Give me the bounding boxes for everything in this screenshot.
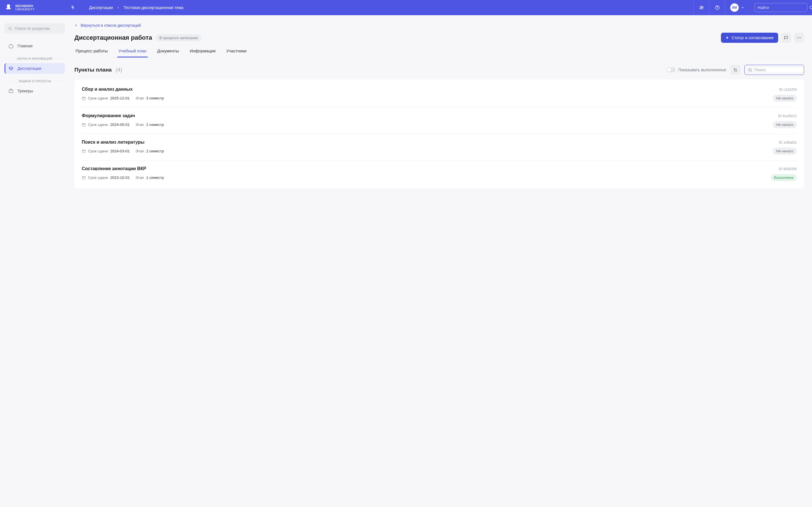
plan-search[interactable] — [744, 65, 804, 75]
breadcrumb: Диссертации Тестовая диссертационная тем… — [89, 5, 184, 10]
comments-button[interactable] — [781, 33, 791, 43]
stage-value: 2 семестр — [146, 122, 164, 127]
sidebar-item-trackers[interactable]: Трекеры — [4, 86, 65, 96]
calendar-icon — [82, 149, 86, 153]
plan-item-status: Не начато — [773, 121, 797, 128]
plan-item-id: ID 60fd356 — [779, 167, 797, 171]
chevron-left-icon — [74, 24, 78, 27]
stage-value: 1 семестр — [146, 175, 164, 180]
plan-item-title: Поиск и анализ литературы — [82, 140, 144, 145]
status-approval-button[interactable]: Статус и согласование — [721, 33, 778, 43]
plan-item-status: Не начато — [773, 148, 797, 155]
more-button[interactable] — [794, 33, 804, 43]
logo-text: SECHENOV UNIVERSITY — [15, 4, 35, 11]
due-label: Срок сдачи — [88, 175, 108, 180]
stage-label: Этап — [135, 149, 144, 153]
sidebar-search-input[interactable] — [15, 26, 64, 31]
lightning-icon — [725, 36, 729, 40]
user-menu[interactable]: ИИ — [725, 0, 749, 15]
stage-value: 3 семестр — [146, 96, 164, 100]
plan-count: (4) — [116, 67, 122, 73]
plan-search-input[interactable] — [755, 68, 804, 72]
due-value: 2024-05-01 — [110, 122, 130, 127]
stage-label: Этап — [135, 175, 144, 180]
plan-item-id: ID c1d1f34 — [779, 87, 797, 92]
app-header: SECHENOV UNIVERSITY Диссертации Тестовая… — [0, 0, 812, 15]
sidebar-item-dissertations[interactable]: Диссертации — [4, 63, 65, 74]
due-value: 2023-10-01 — [110, 175, 130, 180]
tab-0[interactable]: Процесс работы — [74, 48, 109, 57]
plan-item-title: Составление аннотации ВКР — [82, 166, 146, 171]
sidebar: Главная НАУКА И ИННОВАЦИИ Диссертации ЗА… — [0, 15, 69, 196]
status-badge: В процессе написания — [156, 34, 201, 41]
stage-label: Этап — [135, 96, 144, 100]
sidebar-search[interactable] — [4, 23, 65, 34]
plan-item[interactable]: Составление аннотации ВКР ID 60fd356 Сро… — [82, 161, 797, 187]
calendar-icon — [82, 96, 86, 100]
plan-list: Сбор и анализ данных ID c1d1f34 Срок сда… — [74, 79, 804, 188]
search-icon — [809, 5, 812, 10]
sort-button[interactable] — [730, 65, 741, 75]
due-label: Срок сдачи — [88, 149, 108, 153]
sidebar-item-label: Трекеры — [17, 89, 33, 93]
page-title: Диссертационная работа — [74, 34, 152, 41]
plan-item-id: ID 8ca5b22 — [778, 114, 797, 118]
svg-point-2 — [702, 7, 703, 8]
svg-rect-14 — [82, 176, 86, 179]
show-completed-toggle[interactable]: Показывать выполненные — [666, 67, 726, 72]
briefcase-icon — [8, 89, 13, 94]
global-search[interactable] — [755, 3, 808, 12]
plan-item-title: Сбор и анализ данных — [82, 87, 133, 92]
svg-point-9 — [800, 38, 801, 38]
svg-point-1 — [701, 6, 702, 7]
plan-item[interactable]: Формулирование задач ID 8ca5b22 Срок сда… — [82, 108, 797, 134]
chevron-down-icon — [741, 6, 744, 9]
global-search-input[interactable] — [758, 5, 807, 10]
sidebar-section-science: НАУКА И ИННОВАЦИИ — [4, 57, 65, 60]
due-label: Срок сдачи — [88, 96, 108, 100]
sidebar-section-tasks: ЗАДАЧИ И ПРОЕКТЫ — [4, 79, 65, 83]
toggle-switch[interactable] — [666, 67, 675, 72]
avatar: ИИ — [730, 3, 739, 12]
svg-point-4 — [810, 6, 812, 9]
calendar-icon — [82, 123, 86, 127]
tabs: Процесс работыУчебный планДокументыИнфор… — [74, 48, 804, 57]
home-icon — [8, 43, 13, 48]
breadcrumb-item-current[interactable]: Тестовая диссертационная тема — [123, 5, 183, 10]
breadcrumb-item-root[interactable]: Диссертации — [89, 5, 113, 10]
help-button[interactable] — [709, 0, 725, 15]
svg-point-5 — [9, 27, 11, 30]
sidebar-item-label: Диссертации — [17, 66, 41, 71]
plan-title: Пункты плана — [74, 67, 112, 73]
main-content: Вернуться в список диссертаций Диссертац… — [69, 15, 812, 196]
plan-item[interactable]: Поиск и анализ литературы ID 146afd1 Сро… — [82, 134, 797, 161]
calendar-icon — [82, 176, 86, 180]
plan-item-id: ID 146afd1 — [779, 140, 797, 145]
plan-item[interactable]: Сбор и анализ данных ID c1d1f34 Срок сда… — [82, 81, 797, 108]
tab-2[interactable]: Документы — [156, 48, 180, 57]
due-label: Срок сдачи — [88, 122, 108, 127]
svg-rect-11 — [82, 97, 86, 100]
graduation-icon — [8, 66, 13, 71]
svg-rect-12 — [82, 123, 86, 126]
tab-4[interactable]: Участники — [225, 48, 248, 57]
settings-sliders-button[interactable] — [693, 0, 709, 15]
svg-point-0 — [700, 8, 701, 9]
pin-button[interactable] — [69, 4, 76, 11]
back-link[interactable]: Вернуться в список диссертаций — [74, 23, 141, 27]
logo[interactable]: SECHENOV UNIVERSITY — [4, 4, 65, 11]
svg-point-10 — [749, 68, 751, 71]
toggle-label: Показывать выполненные — [678, 68, 726, 72]
sidebar-item-home[interactable]: Главная — [4, 41, 65, 51]
stage-label: Этап — [135, 122, 144, 127]
due-value: 2025-12-01 — [110, 96, 130, 100]
tab-3[interactable]: Информация — [189, 48, 217, 57]
svg-point-8 — [799, 38, 800, 38]
svg-rect-6 — [9, 90, 13, 93]
due-value: 2024-03-01 — [110, 149, 130, 153]
svg-point-7 — [797, 38, 798, 38]
search-icon — [8, 26, 12, 31]
search-icon — [748, 68, 752, 72]
tab-1[interactable]: Учебный план — [117, 48, 147, 57]
chevron-right-icon — [117, 6, 119, 9]
